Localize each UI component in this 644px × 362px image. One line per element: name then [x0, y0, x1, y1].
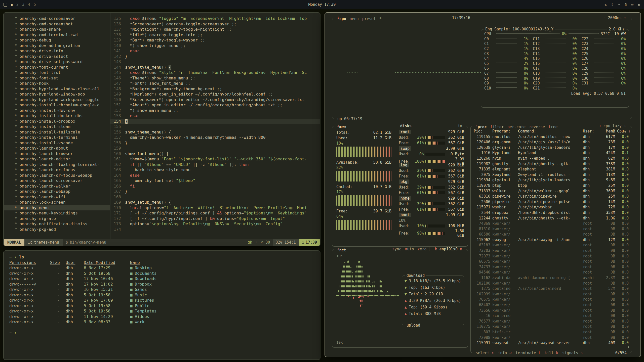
- file-item[interactable]: *omarchy-menu-keybindings: [15, 210, 110, 216]
- proc-key-kill[interactable]: kill k: [545, 350, 558, 355]
- disk-entry[interactable]: root929 GiB: [399, 129, 464, 135]
- file-item[interactable]: *omarchy-launch-walker: [15, 184, 110, 189]
- file-item[interactable]: *omarchy-cmd-screensaver: [15, 16, 110, 21]
- process-row[interactable]: 71835elephantelephantdhh381M0.0: [471, 167, 632, 172]
- terminal-window[interactable]: ~›lsPermissionsSizeUserDate ModifiedName…: [3, 250, 320, 360]
- file-item[interactable]: *omarchy-install-terminal: [15, 135, 110, 140]
- code-editor[interactable]: 135 case $(menu "Toggle" "▣ Screensaver\…: [110, 13, 320, 239]
- net-panel-title[interactable]: 3net: [336, 247, 348, 253]
- process-row[interactable]: 1162avahi-daavahi-daemon: running [avahi…: [471, 275, 632, 281]
- file-item[interactable]: *omarchy-install-dropbox: [15, 119, 110, 124]
- process-row[interactable]: 12244ghostty/usr/bin/ghostty --gtk-dhh1.…: [471, 216, 632, 221]
- proc-header-row[interactable]: Pid:Program:Command:User:MemBCpu% ↑: [471, 129, 632, 134]
- proc-option-tree[interactable]: tree: [548, 125, 557, 129]
- file-item[interactable]: *omarchy-launch-editor: [15, 156, 110, 162]
- proc-key-info[interactable]: info ⏎: [498, 350, 511, 355]
- file-tree[interactable]: *omarchy-cmd-screensaver*omarchy-cmd-scr…: [4, 13, 110, 239]
- process-row[interactable]: 120538glycin-i/usr/lib/glycin-loadersdhh…: [471, 145, 632, 151]
- process-row[interactable]: 72088kworker/root0B0.0: [471, 335, 632, 341]
- file-item[interactable]: *omarchy-font-set: [15, 75, 110, 81]
- process-row[interactable]: 119155nautilus/usr/bin/nautilus --newdhh…: [471, 134, 632, 140]
- disk-entry[interactable]: home929 GiB: [399, 196, 464, 201]
- file-item[interactable]: *omarchy-notification-dismiss: [15, 221, 110, 227]
- process-row[interactable]: 68402kworker/root0B0.0: [471, 302, 632, 308]
- process-row[interactable]: 72073kworker/root0B0.0: [471, 254, 632, 259]
- file-item[interactable]: *omarchy-font-list: [15, 70, 110, 75]
- file-item[interactable]: *omarchy-launch-about: [15, 146, 110, 151]
- file-item[interactable]: *omarchy-debug: [15, 37, 110, 43]
- process-row[interactable]: 73656kworker/root0B0.0: [471, 308, 632, 313]
- file-item[interactable]: *omarchy-launch-floating-terminal-: [15, 162, 110, 167]
- file-item[interactable]: *omarchy-hook: [15, 81, 110, 86]
- btop-window[interactable]: 1cpumenupreset* 17:39:16 - 2000ms + Eng …: [325, 12, 641, 357]
- disk-entry[interactable]: swap3.99 GiB: [399, 146, 464, 151]
- proc-key-terminate[interactable]: terminate t: [515, 350, 540, 355]
- process-row[interactable]: 119078btopbtopdhh25M0.0: [471, 183, 632, 189]
- proc-panel-title[interactable]: 4procfilterper-corereversetree: [474, 123, 559, 129]
- file-item[interactable]: *omarchy-hyprland-workspace-toggle: [15, 97, 110, 103]
- process-row[interactable]: 2075XwaylandXwayland :1 -rootless -dhh11…: [471, 172, 632, 178]
- cpu-panel-title[interactable]: 1cpumenupreset*: [336, 15, 383, 21]
- file-item[interactable]: *omarchy-migrate: [15, 216, 110, 221]
- process-row[interactable]: 115971waybar/usr/bin/waybardhh72M0.0: [471, 205, 632, 210]
- process-row[interactable]: 1275containe/usr/bin/containerdroot52M0.…: [471, 286, 632, 292]
- process-row[interactable]: 2506pipewire/usr/bin/pipewire-pulsedhh14…: [471, 199, 632, 205]
- file-item[interactable]: *omarchy-dev-add-migration: [15, 43, 110, 49]
- process-row[interactable]: 120406org.gnom/usr/bin/gjs /usr/lib/odhh…: [471, 140, 632, 145]
- disk-entry[interactable]: pkg929 GiB: [399, 179, 464, 185]
- scroll-down-icon[interactable]: ↓: [627, 344, 630, 349]
- process-row[interactable]: 119594glycin-i/usr/lib/glycin-loadersdhh…: [471, 177, 632, 183]
- file-item[interactable]: *omarchy-launch-wifi: [15, 194, 110, 200]
- process-row[interactable]: 120268nvimnvim --embed .dhh62M0.0: [471, 156, 632, 161]
- file-item[interactable]: *omarchy-pkg-add: [15, 227, 110, 232]
- process-row[interactable]: 66575kworker/root0B0.0: [471, 259, 632, 264]
- file-item[interactable]: *omarchy-launch-browser: [15, 151, 110, 157]
- process-row[interactable]: 102099kworker/root0B0.0: [471, 292, 632, 297]
- process-row[interactable]: 63816pipewire/usr/bin/pipewiredhh25M0.0: [471, 194, 632, 199]
- file-item[interactable]: *omarchy-install-vscode: [15, 140, 110, 146]
- proc-option-per-core[interactable]: per-core: [507, 125, 526, 129]
- process-row[interactable]: 68586kworker/root0B0.0: [471, 232, 632, 237]
- file-item[interactable]: *omarchy-hyprland-window-pop: [15, 92, 110, 97]
- file-item[interactable]: *omarchy-font-current: [15, 65, 110, 70]
- file-item[interactable]: *omarchy-launch-or-focus-webapp: [15, 173, 110, 178]
- process-row[interactable]: 74733kworker/root0B0.0: [471, 264, 632, 270]
- process-row[interactable]: 115962swaybg/usr/bin/swaybg -i /homdhh12…: [471, 237, 632, 243]
- file-item[interactable]: *omarchy-launch-or-focus: [15, 167, 110, 173]
- file-item[interactable]: *omarchy-launch-webapp: [15, 189, 110, 194]
- file-item[interactable]: *omarchy-launch-screensaver: [15, 178, 110, 184]
- cpu-option-menu[interactable]: menu: [350, 17, 359, 21]
- process-row[interactable]: 73703kworker/root0B0.0: [471, 248, 632, 254]
- process-row[interactable]: 803btrfs-trroot0B0.0: [471, 330, 632, 335]
- proc-option-filter[interactable]: filter: [490, 125, 504, 129]
- net-options[interactable]: syncautozero▏b enp191s0 n: [387, 247, 464, 252]
- file-item[interactable]: *omarchy-cmd-screenshot: [15, 21, 110, 27]
- cpu-option-preset[interactable]: preset: [362, 17, 376, 21]
- proc-option-reverse[interactable]: reverse: [529, 125, 545, 129]
- file-item[interactable]: *omarchy-hyprland-window-close-all: [15, 86, 110, 92]
- file-item[interactable]: *omarchy-install-steam: [15, 124, 110, 129]
- process-row[interactable]: 1916HyprlandHyprlanddhh424M0.1: [471, 150, 632, 156]
- process-row[interactable]: 76575kworker/root0B0.0: [471, 297, 632, 302]
- process-row[interactable]: 115991swayosd-/usr/bin/swayosd-serverdhh…: [471, 340, 632, 346]
- proc-key-signals[interactable]: signals s: [562, 350, 583, 355]
- process-row[interactable]: 2544dropbox/home/dhh/.dropbox-distdhh353…: [471, 210, 632, 216]
- file-item[interactable]: *omarchy-install-chromium-google-a: [15, 102, 110, 108]
- disk-entry[interactable]: log929 GiB: [399, 162, 464, 168]
- update-interval[interactable]: - 2000ms +: [602, 15, 628, 20]
- disk-entry[interactable]: boot1.99 GiB: [399, 212, 464, 218]
- file-item[interactable]: *omarchy-cmd-terminal-cwd: [15, 32, 110, 38]
- proc-key-select[interactable]: select ↕: [476, 350, 494, 355]
- file-item[interactable]: *omarchy-cmd-share: [15, 27, 110, 32]
- process-row[interactable]: 76577kworker/root0B0.0: [471, 319, 632, 324]
- file-item[interactable]: *omarchy-menu: [4, 205, 110, 211]
- process-row[interactable]: 63183kworker/root0B0.0: [471, 243, 632, 248]
- process-row[interactable]: 16rcu_preeroot0B0.0: [471, 313, 632, 319]
- net-option-sync[interactable]: sync: [392, 247, 401, 251]
- net-option-zero[interactable]: zero: [417, 247, 426, 251]
- process-row[interactable]: 110775kworker/root0B0.0: [471, 324, 632, 330]
- proc-sort-mode[interactable]: ‹ cpu lazy ›: [597, 123, 628, 128]
- file-item[interactable]: *omarchy-drive-select: [15, 54, 110, 59]
- process-row[interactable]: 102100kworker/root0B0.0: [471, 281, 632, 286]
- proc-footer-keys[interactable]: select ↕info ⏎terminate tkill ksignals s: [474, 350, 584, 355]
